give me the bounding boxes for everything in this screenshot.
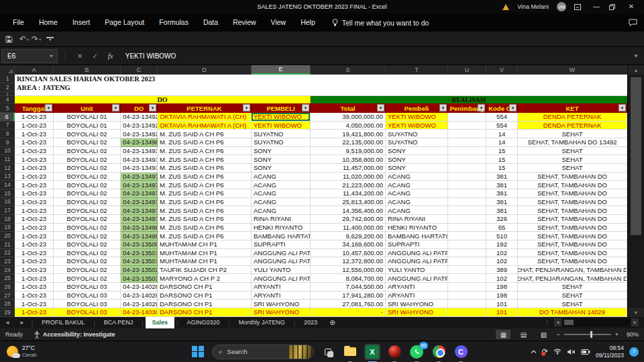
cell-C12[interactable]: 04-23-13493 bbox=[121, 164, 158, 173]
table-header-U[interactable]: Penimbang▼ bbox=[448, 103, 486, 113]
cell-C24[interactable]: 04-23-13502 bbox=[121, 266, 158, 275]
cell-W12[interactable]: SEHAT bbox=[518, 164, 627, 173]
cell-E10[interactable]: SONY bbox=[252, 147, 311, 156]
cell-T16[interactable]: ACANG bbox=[386, 198, 448, 207]
filter-icon[interactable]: ▼ bbox=[302, 104, 309, 111]
minimize-icon[interactable]: — bbox=[592, 0, 601, 13]
ribbon-tab-view[interactable]: View bbox=[264, 13, 294, 32]
cell-U14[interactable] bbox=[448, 181, 486, 189]
cell-A13[interactable]: 1-Oct-23 bbox=[15, 173, 54, 181]
cell-A24[interactable]: 1-Oct-23 bbox=[15, 266, 54, 275]
cell-U15[interactable] bbox=[448, 189, 486, 198]
cell-T18[interactable]: RINA RIYANI bbox=[386, 215, 448, 224]
save-icon[interactable] bbox=[5, 36, 13, 43]
cell-U23[interactable] bbox=[448, 257, 486, 266]
cell-V15[interactable]: 381 bbox=[486, 189, 518, 198]
cell-B12[interactable]: BOYOLALI 02 bbox=[54, 164, 121, 173]
cell-C16[interactable]: 04-23-13497 bbox=[121, 198, 158, 207]
cell-W8[interactable]: SEHAT bbox=[518, 130, 627, 138]
cell-U18[interactable] bbox=[448, 215, 486, 224]
cell-D22[interactable]: MUHTAMAM CH P1 bbox=[158, 249, 252, 258]
cell-E13[interactable]: ACANG bbox=[252, 173, 311, 181]
ribbon-tab-formulas[interactable]: Formulas bbox=[152, 13, 196, 32]
cell-D19[interactable]: M. ZUS SAID A CH P6 bbox=[158, 224, 252, 232]
vertical-scrollbar[interactable]: ▲ ▼ bbox=[627, 65, 644, 317]
page-break-view-icon[interactable]: ▧ bbox=[536, 330, 551, 339]
hscroll-left-icon[interactable]: ◄ bbox=[554, 318, 561, 326]
sheet-tab-2023[interactable]: 2023 bbox=[297, 317, 324, 328]
cell-V14[interactable]: 381 bbox=[486, 181, 518, 189]
cell-U27[interactable] bbox=[448, 291, 486, 300]
cell-T15[interactable]: ACANG bbox=[386, 189, 448, 198]
cell-C20[interactable]: 04-23-13499 bbox=[121, 232, 158, 240]
row-header-1[interactable]: 1 bbox=[0, 75, 15, 83]
cell-E18[interactable]: RINA RIYANI bbox=[252, 215, 311, 224]
cell-D8[interactable]: M. ZUS SAID A CH P6 bbox=[158, 130, 252, 138]
cell-C19[interactable]: 04-23-13498 bbox=[121, 224, 158, 232]
column-header-T[interactable]: T bbox=[386, 65, 448, 75]
cell-B13[interactable]: BOYOLALI 02 bbox=[54, 173, 121, 181]
cell-E25[interactable]: ANGGUNG ALI PATPURI bbox=[252, 274, 311, 283]
cell-S12[interactable]: 11,457,000.00 bbox=[311, 164, 386, 173]
cell-W7[interactable]: DENDA PETERNAK bbox=[518, 122, 627, 130]
filter-icon[interactable]: ▼ bbox=[619, 104, 626, 111]
cell-S16[interactable]: 25,813,400.00 bbox=[311, 198, 386, 207]
row-header-15[interactable]: 15 bbox=[0, 189, 15, 198]
cell-W28[interactable]: SEHAT bbox=[518, 300, 627, 308]
cell-B25[interactable]: BOYOLALI 02 bbox=[54, 274, 121, 283]
red-app-button[interactable] bbox=[386, 344, 402, 360]
cell-U25[interactable] bbox=[448, 274, 486, 283]
row-header-10[interactable]: 10 bbox=[0, 147, 15, 156]
cell-E17[interactable]: ACANG bbox=[252, 206, 311, 215]
table-header-V[interactable]: Kode CP▼ bbox=[486, 103, 518, 113]
horizontal-scroll-thumb[interactable] bbox=[564, 320, 574, 325]
cell-D16[interactable]: M. ZUS SAID A CH P6 bbox=[158, 198, 252, 207]
cell-V11[interactable]: 15 bbox=[486, 155, 518, 164]
cell-V20[interactable]: 510 bbox=[486, 232, 518, 240]
row-header-7[interactable]: 7 bbox=[0, 122, 15, 130]
table-header-S[interactable]: Total▼ bbox=[311, 103, 386, 113]
cell-C23[interactable]: 04-23-13501 bbox=[121, 257, 158, 266]
cell-U26[interactable] bbox=[448, 283, 486, 291]
cell-C29[interactable]: 04-23-14036 bbox=[121, 308, 158, 317]
column-header-V[interactable]: V bbox=[486, 65, 518, 75]
cell-A19[interactable]: 1-Oct-23 bbox=[15, 224, 54, 232]
cell-V9[interactable]: 14 bbox=[486, 138, 518, 147]
cell-D10[interactable]: M. ZUS SAID A CH P6 bbox=[158, 147, 252, 156]
cell-B10[interactable]: BOYOLALI 02 bbox=[54, 147, 121, 156]
customize-quick-access-icon[interactable]: ▾ bbox=[46, 37, 54, 42]
cell-T27[interactable]: ARYANTI bbox=[386, 291, 448, 300]
sheet-subtitle[interactable]: AREA : JATENG bbox=[15, 83, 627, 92]
table-header-C[interactable]: DO▼ bbox=[121, 103, 158, 113]
row-header-22[interactable]: 22 bbox=[0, 249, 15, 258]
column-header-W[interactable]: W bbox=[518, 65, 627, 75]
cell-C17[interactable]: 04-23-13497 bbox=[121, 206, 158, 215]
cell-T6[interactable]: YEKTI WIBOWO bbox=[386, 113, 448, 122]
cell-A27[interactable]: 1-Oct-23 bbox=[15, 291, 54, 300]
cell-T21[interactable]: SUPRAPTI bbox=[386, 240, 448, 249]
cell-B23[interactable]: BOYOLALI 02 bbox=[54, 257, 121, 266]
cell-A9[interactable]: 1-Oct-23 bbox=[15, 138, 54, 147]
cell-B16[interactable]: BOYOLALI 02 bbox=[54, 198, 121, 207]
cell-A20[interactable]: 1-Oct-23 bbox=[15, 232, 54, 240]
row-header-20[interactable]: 20 bbox=[0, 232, 15, 240]
cell-A25[interactable]: 1-Oct-23 bbox=[15, 274, 54, 283]
filter-icon[interactable]: ▼ bbox=[149, 104, 156, 111]
hscroll-right-icon[interactable]: ► bbox=[631, 318, 639, 326]
cell-S10[interactable]: 9,519,000.00 bbox=[311, 147, 386, 156]
enter-icon[interactable]: ✓ bbox=[87, 52, 102, 60]
cell-D27[interactable]: DARSONO CH P1 bbox=[158, 291, 252, 300]
row-header-2[interactable]: 2 bbox=[0, 83, 15, 92]
cell-D17[interactable]: M. ZUS SAID A CH P6 bbox=[158, 206, 252, 215]
cell-W29[interactable]: DO TAMBAHAN 14029 bbox=[518, 308, 627, 317]
scroll-down-icon[interactable]: ▼ bbox=[628, 308, 644, 317]
cell-V29[interactable]: 101 bbox=[486, 308, 518, 317]
ribbon-tab-file[interactable]: File bbox=[5, 13, 32, 32]
cell-S21[interactable]: 34,169,600.00 bbox=[311, 240, 386, 249]
cell-T23[interactable]: ANGGUNG ALI PATPURI bbox=[386, 257, 448, 266]
cell-D20[interactable]: M. ZUS SAID A CH P6 bbox=[158, 232, 252, 240]
cell-S24[interactable]: 12,556,000.00 bbox=[311, 266, 386, 275]
column-header-U[interactable]: U bbox=[448, 65, 486, 75]
clock[interactable]: 08:54 09/11/2023 bbox=[596, 345, 624, 358]
cell-E28[interactable]: SRI WAHYONO bbox=[252, 300, 311, 308]
